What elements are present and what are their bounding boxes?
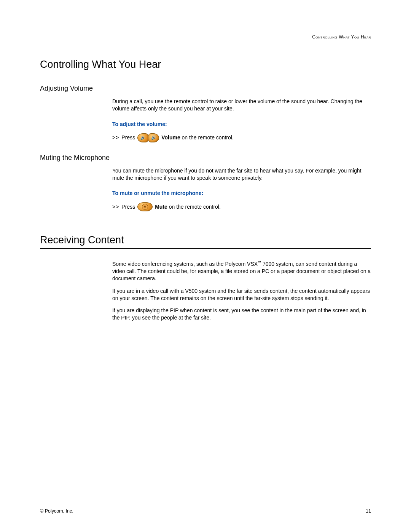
para-muting-mic: You can mute the microphone if you do no… xyxy=(112,167,371,182)
press-label: Press xyxy=(121,134,135,141)
mute-button-icon: ✱ xyxy=(137,202,153,211)
subsection-heading-muting-mic: Muting the Microphone xyxy=(40,154,371,162)
instruction-heading-mute-mic: To mute or unmute the microphone: xyxy=(112,190,371,197)
body-block-muting-mic: You can mute the microphone if you do no… xyxy=(112,167,371,212)
page-number: 11 xyxy=(366,508,371,514)
copyright: © Polycom, Inc. xyxy=(40,508,73,514)
volume-label: Volume xyxy=(161,134,180,141)
mute-label: Mute xyxy=(155,204,167,210)
step-adjust-volume: >> Press 🔉 🔊 Volume on the remote contro… xyxy=(112,133,371,142)
step-marker: >> xyxy=(112,203,119,211)
subsection-heading-adjusting-volume: Adjusting Volume xyxy=(40,85,371,93)
para-receiving-3: If you are displaying the PIP when conte… xyxy=(112,307,371,321)
body-block-receiving-content: Some video conferencing systems, such as… xyxy=(112,260,371,321)
mute-inner-icon: ✱ xyxy=(142,204,148,210)
document-page: Controlling What You Hear Controlling Wh… xyxy=(0,0,411,532)
section-rule xyxy=(40,248,371,249)
instruction-heading-adjust-volume: To adjust the volume: xyxy=(112,121,371,128)
section-title-controlling: Controlling What You Hear xyxy=(40,59,371,70)
para-receiving-2: If you are in a video call with a V500 s… xyxy=(112,288,371,302)
para-receiving-1a: Some video conferencing systems, such as… xyxy=(112,261,258,267)
page-footer: © Polycom, Inc. 11 xyxy=(40,508,371,514)
press-label: Press xyxy=(121,203,135,211)
running-header: Controlling What You Hear xyxy=(312,34,371,40)
para-adjusting-volume: During a call, you use the remote contro… xyxy=(112,98,371,112)
section-rule xyxy=(40,73,371,73)
trademark-symbol: ™ xyxy=(258,260,261,264)
section-title-receiving-content: Receiving Content xyxy=(40,234,371,246)
volume-down-icon: 🔉 xyxy=(137,133,148,142)
para-receiving-1: Some video conferencing systems, such as… xyxy=(112,260,371,282)
volume-trail: on the remote control. xyxy=(180,134,234,141)
mute-trail: on the remote control. xyxy=(167,204,221,210)
step-mute-mic: >> Press ✱ Mute on the remote control. xyxy=(112,202,371,211)
volume-button-icon: 🔉 🔊 xyxy=(137,133,159,142)
body-block-adjusting-volume: During a call, you use the remote contro… xyxy=(112,98,371,142)
step-marker: >> xyxy=(112,134,119,141)
volume-up-icon: 🔊 xyxy=(148,133,159,142)
